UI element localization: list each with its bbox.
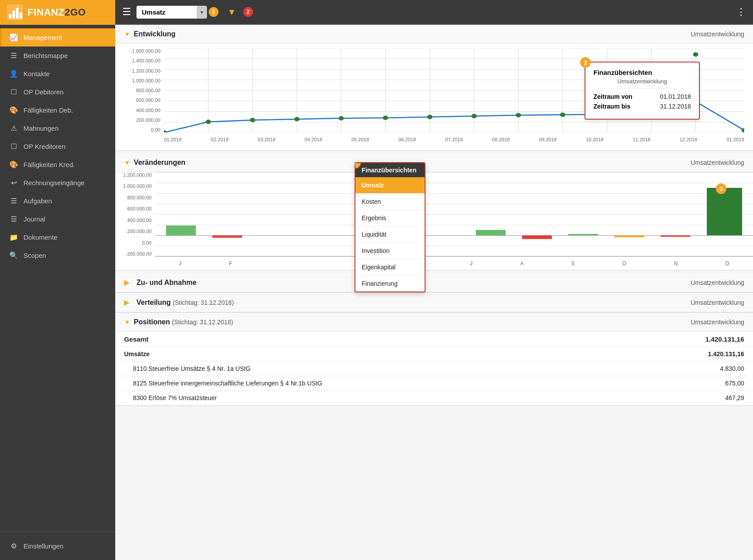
x-label: 10.2018 [586,137,604,142]
table-cell-label: 8300 Erlöse 7% Umsatzsteuer [115,391,620,405]
section-right-verteilung: Umsatzentwicklung [691,299,744,306]
sidebar-item-journal[interactable]: ☰ Journal [0,210,115,228]
dropdown-menu-title: Finanzübersichten [355,163,425,177]
positions-table: Gesamt 1.420.131,16 Umsätze 1.420.131,16… [115,332,753,405]
sidebar-item-label: OP Kreditoren [23,143,66,150]
table-cell-value: 1.420.131,16 [620,332,753,347]
x-label: 02.2018 [211,137,229,142]
dropdown-item-investition[interactable]: Investition [355,243,425,259]
y-label: 1.200.000,00 [132,68,160,74]
bar-chart-badge-3: 3 [716,183,726,194]
svg-point-33 [472,114,477,118]
filter-icon[interactable]: ▼ [227,7,236,17]
main-area: ☰ Umsatz Kosten Ergebnis Liquidität Inve… [115,0,753,560]
x-label: S [571,261,575,267]
table-cell-label: Gesamt [115,332,620,347]
section-veraenderungen: ▼ Veränderungen Umsatzentwicklung [115,153,753,270]
chevron-down-icon: ▼ [124,319,130,326]
svg-point-30 [339,116,344,121]
section-title-entwicklung: Entwicklung [134,30,176,38]
more-icon[interactable]: ⋮ [736,6,746,18]
table-cell-label: 8125 Steuerfreie innergemeinschaftliche … [115,376,620,391]
tooltip-title: Finanzübersichten [593,69,691,76]
x-label: A [520,261,524,267]
y-label: 1.000.000,00 [123,183,152,189]
sidebar-item-label: Scopen [23,252,46,259]
dropdown-item-liquiditaet[interactable]: Liquidität [355,226,425,243]
y-label: 400.000,00 [136,108,160,113]
sidebar-item-label: Aufgaben [23,197,52,205]
finance-selector: Umsatz Kosten Ergebnis Liquidität Invest… [137,6,218,19]
y-axis-labels: 1.600.000,00 1.400.000,00 1.200.000,00 1… [124,48,164,132]
sidebar-item-op-debitoren[interactable]: ☐ OP Debitoren [0,83,115,101]
dropdown-item-umsatz[interactable]: Umsatz [355,177,425,194]
sidebar-item-management[interactable]: 📈 Management [0,28,115,47]
y-label: 600.000,00 [136,97,160,103]
y-label: 200.000,00 [136,117,160,123]
sidebar-item-berichtsmappe[interactable]: ☰ Berichtsmappe [0,47,115,65]
section-right-positionen: Umsatzentwicklung [691,319,744,326]
section-header-veraenderungen[interactable]: ▼ Veränderungen Umsatzentwicklung [115,153,753,172]
sidebar-item-label: Berichtsmappe [23,52,68,59]
svg-rect-4 [20,12,22,19]
hamburger-icon[interactable]: ☰ [122,6,131,18]
sidebar-item-label: Kontakte [23,70,50,78]
svg-point-28 [250,118,255,122]
x-label: 08.2018 [492,137,510,142]
op-debitoren-icon: ☐ [9,88,18,96]
y-label: 0,00 [151,127,160,132]
section-header-entwicklung[interactable]: ▼ Entwicklung Umsatzentwicklung [115,25,753,44]
dropdown-item-kosten[interactable]: Kosten [355,194,425,210]
finance-dropdown[interactable]: Umsatz Kosten Ergebnis Liquidität Invest… [137,6,197,19]
table-cell-value: 675,00 [620,376,753,391]
section-title-verteilung: Verteilung (Stichtag: 31.12.2018) [137,299,234,307]
sidebar-item-kontakte[interactable]: 👤 Kontakte [0,65,115,83]
x-label: 01.2018 [164,137,182,142]
table-cell-value: 467,29 [620,391,753,405]
svg-point-35 [560,113,566,117]
y-label: 1.000.000,00 [132,78,160,83]
section-right-zu-abnahme: Umsatzentwicklung [691,279,744,286]
x-label: N [674,261,678,267]
section-right-veraenderungen: Umsatzentwicklung [691,159,744,166]
sidebar-item-rechnungseingaenge[interactable]: ↩ Rechnungseingänge [0,174,115,192]
svg-point-27 [206,120,211,124]
sidebar-item-dokumente[interactable]: 📁 Dokumente [0,228,115,246]
x-label: F [229,261,232,267]
svg-rect-51 [166,226,196,235]
table-row: Umsätze 1.420.131,16 [115,347,753,362]
sidebar-item-faelligkeiten-kred[interactable]: 🎨 Fälligkeiten Kred. [0,156,115,174]
section-header-positionen[interactable]: ▼ Positionen (Stichtag: 31.12.2018) Umsa… [115,313,753,332]
table-row: 8125 Steuerfreie innergemeinschaftliche … [115,376,753,391]
svg-rect-58 [707,188,742,235]
sidebar-item-op-kreditoren[interactable]: ☐ OP Kreditoren [0,137,115,156]
sidebar: FINANZ2GO 📈 Management ☰ Berichtsmappe 👤… [0,0,115,560]
faelligkeiten-deb-icon: 🎨 [9,106,18,114]
sidebar-item-mahnungen[interactable]: ⚠ Mahnungen [0,119,115,137]
table-cell-value: 1.420.131,16 [620,347,753,362]
y-label: 800.000,00 [136,88,160,93]
sidebar-item-label: Fälligkeiten Deb. [23,106,73,114]
bar-chart-plot: 3 [155,172,753,257]
dropdown-item-finanzierung[interactable]: Finanzierung [355,276,425,292]
sidebar-item-aufgaben[interactable]: ☰ Aufgaben [0,192,115,210]
dropdown-item-eigenkapital[interactable]: Eigenkapital [355,259,425,276]
section-header-verteilung[interactable]: ▶ Verteilung (Stichtag: 31.12.2018) Umsa… [115,293,753,312]
sidebar-item-label: Mahnungen [23,124,59,132]
filter-badge: 2 [243,7,253,17]
section-header-left: ▼ Entwicklung [124,30,691,38]
sidebar-item-einstellungen[interactable]: ⚙ Einstellungen [8,537,107,555]
faelligkeiten-kred-icon: 🎨 [9,160,18,169]
sidebar-item-faelligkeiten-deb[interactable]: 🎨 Fälligkeiten Deb. [0,101,115,119]
logo-text: FINANZ2GO [27,7,86,18]
sidebar-item-label: Rechnungseingänge [23,179,85,187]
section-entwicklung: ▼ Entwicklung Umsatzentwicklung 2 Finanz… [115,25,753,151]
y-label: 1.200.000,00 [123,172,152,178]
sidebar-item-scopen[interactable]: 🔍 Scopen [0,246,115,264]
svg-point-31 [383,116,388,120]
sidebar-item-label: Dokumente [23,233,58,241]
dropdown-chevron[interactable]: ▾ [197,6,207,19]
section-header-zu-abnahme[interactable]: ▶ Zu- und Abnahme Umsatzentwicklung [115,273,753,292]
table-row: 8300 Erlöse 7% Umsatzsteuer 467,29 [115,391,753,405]
dropdown-item-ergebnis[interactable]: Ergebnis [355,210,425,226]
